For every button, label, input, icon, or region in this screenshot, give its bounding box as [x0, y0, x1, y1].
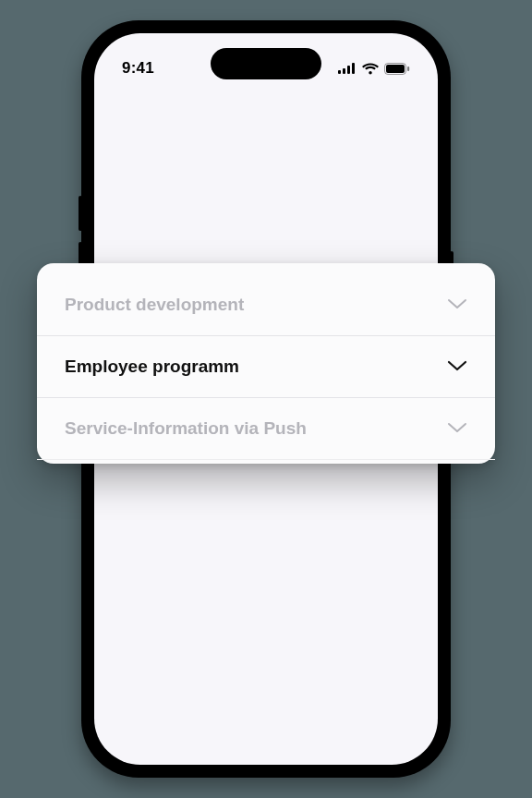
row-product-development[interactable]: Product development	[37, 274, 495, 336]
cellular-signal-icon	[338, 63, 357, 74]
row-label: Employee programm	[65, 357, 239, 377]
svg-rect-5	[386, 65, 405, 73]
battery-icon	[384, 63, 410, 75]
svg-rect-0	[338, 70, 341, 74]
svg-rect-6	[407, 66, 409, 71]
row-employee-programm[interactable]: Employee programm	[37, 336, 495, 398]
row-label: Product development	[65, 295, 244, 315]
row-label: Service-Information via Push	[65, 418, 307, 439]
dynamic-island	[211, 48, 321, 79]
chevron-down-icon	[447, 420, 467, 437]
chevron-down-icon	[447, 296, 467, 313]
status-icons	[338, 63, 410, 75]
row-service-information[interactable]: Service-Information via Push	[37, 398, 495, 460]
svg-rect-2	[347, 66, 350, 74]
chevron-down-icon	[447, 358, 467, 375]
svg-rect-1	[343, 68, 345, 74]
status-time: 9:41	[122, 59, 154, 78]
svg-rect-3	[352, 63, 355, 74]
settings-card: Product development Employee programm Se…	[37, 263, 495, 464]
wifi-icon	[362, 63, 379, 75]
